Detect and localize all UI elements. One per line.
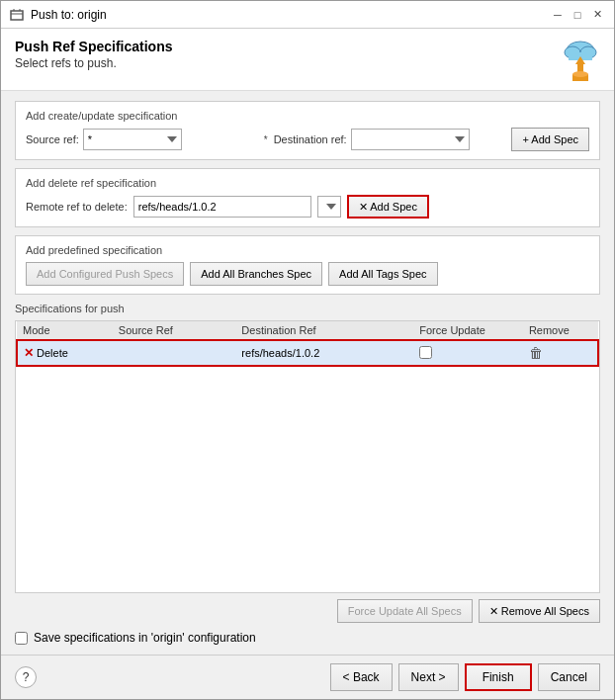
table-footer: Force Update All Specs ✕ Remove All Spec… bbox=[15, 593, 600, 623]
create-update-label: Add create/update specification bbox=[26, 110, 589, 122]
minimize-button[interactable]: ─ bbox=[549, 6, 567, 24]
force-update-checkbox[interactable] bbox=[419, 346, 432, 359]
remote-ref-input[interactable] bbox=[133, 196, 311, 218]
delete-ref-row: Remote ref to delete: ✕ Add Spec bbox=[26, 195, 589, 219]
specs-label: Specifications for push bbox=[15, 303, 600, 314]
asterisk-separator: * bbox=[264, 134, 268, 145]
row-mode-text: Delete bbox=[37, 347, 68, 359]
add-branches-spec-button[interactable]: Add All Branches Spec bbox=[190, 262, 322, 286]
col-header-mode: Mode bbox=[17, 321, 113, 340]
window-controls: ─ □ ✕ bbox=[549, 6, 606, 24]
back-button[interactable]: < Back bbox=[330, 663, 393, 691]
main-content: Add create/update specification Source r… bbox=[1, 91, 614, 655]
row-mode-cell: ✕ Delete bbox=[17, 340, 113, 366]
delete-mode-icon: ✕ bbox=[24, 346, 34, 360]
remove-row-button[interactable]: 🗑 bbox=[529, 345, 543, 361]
col-header-force: Force Update bbox=[413, 321, 523, 340]
source-ref-select[interactable]: * bbox=[83, 129, 182, 150]
header-text: Push Ref Specifications Select refs to p… bbox=[15, 39, 172, 70]
next-button[interactable]: Next > bbox=[398, 663, 459, 691]
maximize-button[interactable]: □ bbox=[569, 6, 586, 24]
save-row: Save specifications in 'origin' configur… bbox=[15, 631, 600, 645]
create-update-add-spec-button[interactable]: + Add Spec bbox=[511, 128, 589, 151]
specs-table: Mode Source Ref Destination Ref Force Up… bbox=[16, 321, 599, 367]
page-title: Push Ref Specifications bbox=[15, 39, 172, 54]
predefined-buttons-row: Add Configured Push Specs Add All Branch… bbox=[26, 262, 589, 286]
force-update-all-button[interactable]: Force Update All Specs bbox=[337, 599, 473, 623]
delete-ref-section: Add delete ref specification Remote ref … bbox=[15, 168, 600, 227]
predefined-label: Add predefined specification bbox=[26, 244, 589, 256]
predefined-section: Add predefined specification Add Configu… bbox=[15, 235, 600, 295]
svg-rect-0 bbox=[11, 11, 23, 20]
table-row: ✕ Delete refs/heads/1.0.2 🗑 bbox=[17, 340, 598, 366]
remote-ref-dropdown[interactable] bbox=[317, 196, 341, 218]
source-ref-label: Source ref: bbox=[26, 133, 79, 145]
main-window: Push to: origin ─ □ ✕ Push Ref Specifica… bbox=[0, 0, 615, 700]
configured-push-specs-button[interactable]: Add Configured Push Specs bbox=[26, 262, 184, 286]
row-remove-cell: 🗑 bbox=[523, 340, 598, 366]
row-source-cell bbox=[113, 340, 236, 366]
create-update-row: Source ref: * * Destination ref: + Add S… bbox=[26, 128, 589, 151]
page-subtitle: Select refs to push. bbox=[15, 56, 172, 70]
save-specs-label: Save specifications in 'origin' configur… bbox=[34, 631, 256, 645]
col-header-dest: Destination Ref bbox=[235, 321, 413, 340]
cloud-push-icon bbox=[561, 39, 600, 82]
window-title: Push to: origin bbox=[31, 8, 543, 22]
svg-rect-6 bbox=[577, 64, 583, 72]
specs-section: Specifications for push Mode Source Ref … bbox=[15, 303, 600, 623]
title-bar: Push to: origin ─ □ ✕ bbox=[1, 1, 614, 29]
source-ref-group: Source ref: * bbox=[26, 129, 258, 150]
cancel-button[interactable]: Cancel bbox=[538, 663, 600, 691]
push-icon bbox=[561, 39, 600, 82]
svg-point-9 bbox=[572, 71, 588, 77]
help-button[interactable]: ? bbox=[15, 666, 37, 688]
dest-ref-label: Destination ref: bbox=[274, 133, 347, 145]
footer-buttons: < Back Next > Finish Cancel bbox=[330, 663, 600, 691]
header-section: Push Ref Specifications Select refs to p… bbox=[1, 29, 614, 91]
delete-ref-label: Add delete ref specification bbox=[26, 177, 589, 189]
remote-ref-label: Remote ref to delete: bbox=[26, 201, 128, 213]
window-icon bbox=[9, 7, 25, 23]
row-force-cell bbox=[413, 340, 523, 366]
delete-add-spec-button[interactable]: ✕ Add Spec bbox=[347, 195, 429, 219]
create-update-section: Add create/update specification Source r… bbox=[15, 101, 600, 160]
col-header-remove: Remove bbox=[523, 321, 598, 340]
finish-button[interactable]: Finish bbox=[465, 663, 532, 691]
dest-ref-group: Destination ref: bbox=[274, 129, 506, 150]
footer: ? < Back Next > Finish Cancel bbox=[1, 655, 614, 699]
table-header-row: Mode Source Ref Destination Ref Force Up… bbox=[17, 321, 598, 340]
dest-ref-select[interactable] bbox=[351, 129, 470, 150]
add-tags-spec-button[interactable]: Add All Tags Spec bbox=[328, 262, 437, 286]
col-header-source: Source Ref bbox=[113, 321, 236, 340]
row-dest-cell: refs/heads/1.0.2 bbox=[235, 340, 413, 366]
save-specs-checkbox[interactable] bbox=[15, 632, 28, 645]
close-button[interactable]: ✕ bbox=[588, 6, 606, 24]
remove-all-specs-button[interactable]: ✕ Remove All Specs bbox=[479, 599, 600, 623]
specs-table-container: Mode Source Ref Destination Ref Force Up… bbox=[15, 320, 600, 593]
